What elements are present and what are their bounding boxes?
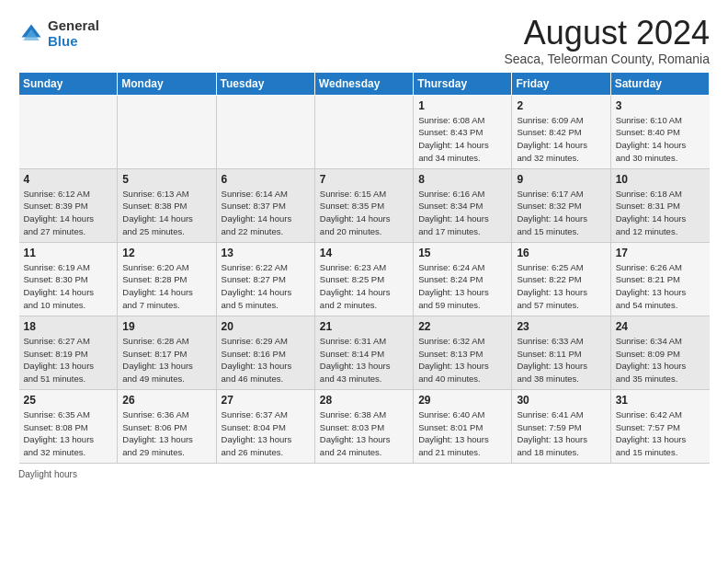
day-info: Sunrise: 6:26 AM Sunset: 8:21 PM Dayligh…: [616, 261, 705, 312]
day-info: Sunrise: 6:10 AM Sunset: 8:40 PM Dayligh…: [616, 114, 705, 165]
calendar-cell: 26Sunrise: 6:36 AM Sunset: 8:06 PM Dayli…: [118, 389, 216, 463]
weekday-header-saturday: Saturday: [610, 72, 709, 95]
calendar-week-row: 18Sunrise: 6:27 AM Sunset: 8:19 PM Dayli…: [19, 316, 710, 389]
day-info: Sunrise: 6:23 AM Sunset: 8:25 PM Dayligh…: [320, 261, 408, 312]
calendar-cell: [216, 95, 314, 168]
logo-general-text: General: [48, 18, 99, 34]
footer-note: Daylight hours: [18, 469, 710, 479]
logo-icon: [18, 21, 44, 47]
day-info: Sunrise: 6:12 AM Sunset: 8:39 PM Dayligh…: [24, 188, 113, 238]
day-number: 7: [320, 173, 408, 186]
calendar-cell: 10Sunrise: 6:18 AM Sunset: 8:31 PM Dayli…: [610, 168, 709, 242]
day-info: Sunrise: 6:27 AM Sunset: 8:19 PM Dayligh…: [24, 335, 113, 385]
logo-text: General Blue: [48, 18, 99, 49]
day-info: Sunrise: 6:28 AM Sunset: 8:17 PM Dayligh…: [122, 335, 210, 385]
calendar-cell: 1Sunrise: 6:08 AM Sunset: 8:43 PM Daylig…: [414, 95, 512, 168]
calendar-cell: 30Sunrise: 6:41 AM Sunset: 7:59 PM Dayli…: [512, 389, 610, 463]
weekday-header-tuesday: Tuesday: [216, 72, 314, 95]
calendar-cell: 2Sunrise: 6:09 AM Sunset: 8:42 PM Daylig…: [512, 95, 610, 168]
title-block: August 2024 Seaca, Teleorman County, Rom…: [504, 15, 710, 66]
day-number: 24: [616, 320, 705, 333]
day-info: Sunrise: 6:42 AM Sunset: 7:57 PM Dayligh…: [616, 408, 705, 459]
day-info: Sunrise: 6:09 AM Sunset: 8:42 PM Dayligh…: [517, 114, 605, 165]
day-number: 26: [122, 394, 210, 407]
day-info: Sunrise: 6:15 AM Sunset: 8:35 PM Dayligh…: [320, 188, 408, 238]
day-number: 21: [320, 320, 408, 333]
calendar-week-row: 1Sunrise: 6:08 AM Sunset: 8:43 PM Daylig…: [19, 95, 710, 168]
day-info: Sunrise: 6:16 AM Sunset: 8:34 PM Dayligh…: [418, 188, 506, 238]
day-number: 3: [616, 99, 705, 112]
calendar-cell: [19, 95, 118, 168]
day-info: Sunrise: 6:20 AM Sunset: 8:28 PM Dayligh…: [122, 261, 210, 312]
day-info: Sunrise: 6:14 AM Sunset: 8:37 PM Dayligh…: [222, 188, 310, 238]
day-info: Sunrise: 6:36 AM Sunset: 8:06 PM Dayligh…: [122, 408, 210, 459]
header: General Blue August 2024 Seaca, Teleorma…: [18, 15, 710, 66]
calendar-cell: 7Sunrise: 6:15 AM Sunset: 8:35 PM Daylig…: [314, 168, 413, 242]
day-number: 9: [517, 173, 605, 186]
day-number: 18: [24, 320, 113, 333]
day-info: Sunrise: 6:22 AM Sunset: 8:27 PM Dayligh…: [222, 261, 310, 312]
day-number: 20: [222, 320, 310, 333]
logo: General Blue: [18, 18, 99, 49]
weekday-header-wednesday: Wednesday: [314, 72, 413, 95]
day-info: Sunrise: 6:37 AM Sunset: 8:04 PM Dayligh…: [222, 408, 310, 459]
day-info: Sunrise: 6:31 AM Sunset: 8:14 PM Dayligh…: [320, 335, 408, 385]
calendar-cell: 15Sunrise: 6:24 AM Sunset: 8:24 PM Dayli…: [414, 242, 512, 316]
weekday-header-thursday: Thursday: [414, 72, 512, 95]
day-number: 10: [616, 173, 705, 186]
calendar-cell: 28Sunrise: 6:38 AM Sunset: 8:03 PM Dayli…: [314, 389, 413, 463]
calendar-cell: 29Sunrise: 6:40 AM Sunset: 8:01 PM Dayli…: [414, 389, 512, 463]
day-number: 19: [122, 320, 210, 333]
calendar-cell: 25Sunrise: 6:35 AM Sunset: 8:08 PM Dayli…: [19, 389, 118, 463]
day-number: 29: [418, 394, 506, 407]
weekday-header-sunday: Sunday: [19, 72, 118, 95]
calendar-cell: 9Sunrise: 6:17 AM Sunset: 8:32 PM Daylig…: [512, 168, 610, 242]
day-info: Sunrise: 6:35 AM Sunset: 8:08 PM Dayligh…: [24, 408, 113, 459]
day-info: Sunrise: 6:17 AM Sunset: 8:32 PM Dayligh…: [517, 188, 605, 238]
calendar-cell: 17Sunrise: 6:26 AM Sunset: 8:21 PM Dayli…: [610, 242, 709, 316]
calendar-cell: 12Sunrise: 6:20 AM Sunset: 8:28 PM Dayli…: [118, 242, 216, 316]
calendar-cell: 22Sunrise: 6:32 AM Sunset: 8:13 PM Dayli…: [414, 316, 512, 389]
calendar-cell: 16Sunrise: 6:25 AM Sunset: 8:22 PM Dayli…: [512, 242, 610, 316]
calendar-cell: [314, 95, 413, 168]
day-number: 27: [222, 394, 310, 407]
calendar-cell: 24Sunrise: 6:34 AM Sunset: 8:09 PM Dayli…: [610, 316, 709, 389]
calendar-cell: 27Sunrise: 6:37 AM Sunset: 8:04 PM Dayli…: [216, 389, 314, 463]
calendar-cell: 11Sunrise: 6:19 AM Sunset: 8:30 PM Dayli…: [19, 242, 118, 316]
calendar-cell: 18Sunrise: 6:27 AM Sunset: 8:19 PM Dayli…: [19, 316, 118, 389]
day-number: 6: [222, 173, 310, 186]
calendar-cell: [118, 95, 216, 168]
calendar-week-row: 11Sunrise: 6:19 AM Sunset: 8:30 PM Dayli…: [19, 242, 710, 316]
weekday-header-row: SundayMondayTuesdayWednesdayThursdayFrid…: [19, 72, 710, 95]
day-info: Sunrise: 6:13 AM Sunset: 8:38 PM Dayligh…: [122, 188, 210, 238]
day-number: 22: [418, 320, 506, 333]
day-number: 28: [320, 394, 408, 407]
calendar-cell: 19Sunrise: 6:28 AM Sunset: 8:17 PM Dayli…: [118, 316, 216, 389]
day-number: 1: [418, 99, 506, 112]
day-info: Sunrise: 6:29 AM Sunset: 8:16 PM Dayligh…: [222, 335, 310, 385]
day-number: 25: [24, 394, 113, 407]
day-info: Sunrise: 6:40 AM Sunset: 8:01 PM Dayligh…: [418, 408, 506, 459]
calendar-cell: 23Sunrise: 6:33 AM Sunset: 8:11 PM Dayli…: [512, 316, 610, 389]
day-number: 17: [616, 247, 705, 259]
day-number: 30: [517, 394, 605, 407]
calendar-table: SundayMondayTuesdayWednesdayThursdayFrid…: [18, 72, 710, 464]
day-info: Sunrise: 6:33 AM Sunset: 8:11 PM Dayligh…: [517, 335, 605, 385]
calendar-cell: 3Sunrise: 6:10 AM Sunset: 8:40 PM Daylig…: [610, 95, 709, 168]
day-info: Sunrise: 6:18 AM Sunset: 8:31 PM Dayligh…: [616, 188, 705, 238]
day-info: Sunrise: 6:25 AM Sunset: 8:22 PM Dayligh…: [517, 261, 605, 312]
calendar-cell: 14Sunrise: 6:23 AM Sunset: 8:25 PM Dayli…: [314, 242, 413, 316]
day-number: 13: [222, 247, 310, 259]
calendar-cell: 13Sunrise: 6:22 AM Sunset: 8:27 PM Dayli…: [216, 242, 314, 316]
weekday-header-friday: Friday: [512, 72, 610, 95]
day-info: Sunrise: 6:38 AM Sunset: 8:03 PM Dayligh…: [320, 408, 408, 459]
calendar-cell: 31Sunrise: 6:42 AM Sunset: 7:57 PM Dayli…: [610, 389, 709, 463]
day-info: Sunrise: 6:32 AM Sunset: 8:13 PM Dayligh…: [418, 335, 506, 385]
day-number: 14: [320, 247, 408, 259]
calendar-cell: 5Sunrise: 6:13 AM Sunset: 8:38 PM Daylig…: [118, 168, 216, 242]
day-info: Sunrise: 6:24 AM Sunset: 8:24 PM Dayligh…: [418, 261, 506, 312]
calendar-cell: 21Sunrise: 6:31 AM Sunset: 8:14 PM Dayli…: [314, 316, 413, 389]
day-number: 5: [122, 173, 210, 186]
month-year-title: August 2024: [504, 15, 710, 52]
weekday-header-monday: Monday: [118, 72, 216, 95]
